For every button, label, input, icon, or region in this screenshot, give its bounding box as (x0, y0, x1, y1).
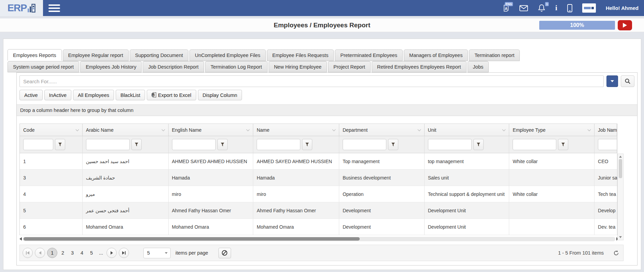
search-options-dropdown-button[interactable] (606, 75, 618, 87)
table-row[interactable]: 6 Mohamed Omara Mohamed Omara Mohamed Om… (20, 219, 617, 235)
last-page-button[interactable] (119, 248, 129, 258)
table-row[interactable]: 1 احمد سيد احمد حسين AHMED SAYED AHMED H… (20, 153, 617, 170)
toolbar-button[interactable]: InActive (44, 90, 72, 100)
tab[interactable]: Preterminated Employees (335, 49, 403, 61)
tab[interactable]: UnCompleted Employee Files (189, 49, 266, 61)
next-page-button[interactable] (106, 248, 117, 258)
toolbar-button[interactable]: BlackList (116, 90, 145, 100)
user-avatar[interactable] (582, 3, 596, 13)
horizontal-scrollbar[interactable] (19, 237, 619, 241)
tab[interactable]: New Hiring Employee (269, 61, 327, 72)
tab[interactable]: Employee Files Requests (267, 49, 334, 61)
toolbar-button[interactable]: Display Column (198, 90, 242, 100)
funnel-icon (134, 142, 139, 147)
search-input[interactable] (19, 75, 604, 87)
column-filter-input[interactable] (257, 139, 300, 150)
chevron-down-icon[interactable] (502, 128, 506, 131)
clear-filters-button[interactable] (218, 248, 231, 258)
funnel-icon (476, 142, 481, 147)
column-filter-input[interactable] (23, 139, 53, 150)
search-button[interactable] (621, 75, 634, 87)
chevron-down-icon[interactable] (75, 128, 79, 131)
tab[interactable]: Employees Job History (80, 61, 142, 72)
scroll-down-icon[interactable] (619, 236, 622, 238)
video-play-button[interactable] (618, 20, 632, 30)
column-filter-button[interactable] (217, 139, 228, 150)
tab[interactable]: Employees Reports (8, 49, 62, 61)
page-number-button[interactable]: 3 (68, 248, 76, 258)
chevron-down-icon[interactable] (246, 128, 250, 131)
notifications-bell-icon[interactable]: 1 (538, 4, 545, 12)
chevron-down-icon[interactable] (588, 128, 591, 131)
tab-content: Active InActive All Employees BlackList … (16, 72, 638, 266)
tab[interactable]: Retired Employees Employees Report (372, 61, 467, 72)
page-number-button[interactable]: 4 (78, 248, 86, 258)
table-row[interactable]: 5 أحمد فتحى حسن عمر Ahmed Fathy Hassan O… (20, 202, 617, 219)
page-number-button[interactable]: 2 (59, 248, 67, 258)
column-header[interactable]: Code (20, 124, 83, 136)
toolbar-button[interactable]: All Employees (73, 90, 114, 100)
cell-unit: Technical support & deployment unit (425, 186, 510, 202)
tab[interactable]: Supporting Document (130, 49, 188, 61)
tab[interactable]: Termination report (469, 49, 520, 61)
chevron-down-icon[interactable] (417, 128, 421, 131)
column-filter-input[interactable] (343, 139, 386, 150)
mobile-phone-icon[interactable] (567, 4, 572, 12)
language-icon[interactable]: A ENG (503, 4, 510, 12)
refresh-icon[interactable] (613, 250, 619, 256)
column-header[interactable]: Job Name (595, 124, 617, 136)
info-icon[interactable]: i (555, 4, 557, 12)
column-header[interactable]: Department (339, 124, 425, 136)
tab[interactable]: Job Description Report (143, 61, 204, 72)
column-filter-input[interactable] (172, 139, 216, 150)
page-size-select[interactable]: 5 (143, 248, 171, 258)
column-filter-button[interactable] (55, 139, 65, 150)
table-row[interactable]: 3 حمادة الشريف Hamada Hamada Business de… (20, 170, 617, 186)
column-filter-button[interactable] (558, 139, 568, 150)
column-filter-button[interactable] (131, 139, 142, 150)
column-filter-button[interactable] (388, 139, 398, 150)
horizontal-scrollbar-thumb[interactable] (24, 237, 360, 241)
page-number-button[interactable]: ... (97, 248, 105, 258)
scroll-left-icon[interactable] (19, 237, 22, 241)
column-filter-input[interactable] (428, 139, 472, 150)
search-row (19, 75, 634, 87)
vertical-scrollbar[interactable] (617, 154, 624, 240)
horizontal-scrollbar-track[interactable] (23, 237, 615, 241)
scroll-up-icon[interactable] (619, 156, 622, 158)
column-header[interactable]: Arabic Name (83, 124, 169, 136)
column-filter-button[interactable] (302, 139, 312, 150)
mail-icon[interactable] (519, 5, 528, 11)
tab[interactable]: Employee Regular report (63, 49, 129, 61)
app-logo[interactable]: ERP (0, 0, 43, 16)
group-by-drop-zone[interactable]: Drop a column header here to group by th… (17, 104, 637, 116)
tab[interactable]: Project Report (328, 61, 371, 72)
first-page-button[interactable] (23, 248, 33, 258)
column-filter-input[interactable] (598, 139, 617, 150)
column-filter-input[interactable] (513, 139, 556, 150)
chevron-down-icon[interactable] (161, 128, 165, 131)
tab[interactable]: Managers of Employees (404, 49, 468, 61)
column-header[interactable]: Employee Type (509, 124, 595, 136)
toolbar-button[interactable]: xExport to Excel (147, 90, 196, 100)
tab[interactable]: Termination Log Report (205, 61, 268, 72)
avatar-logo-mark (584, 7, 591, 9)
user-greeting[interactable]: Hello! Ahmed (606, 5, 639, 11)
toolbar-button[interactable]: Active (19, 90, 43, 100)
vertical-scrollbar-thumb[interactable] (619, 159, 622, 178)
tab[interactable]: Jobs (468, 61, 489, 72)
previous-page-button[interactable] (35, 248, 45, 258)
column-header[interactable]: English Name (169, 124, 254, 136)
tab[interactable]: System usage period report (8, 61, 79, 72)
cell-employee-type (509, 219, 595, 235)
menu-hamburger-icon[interactable] (48, 4, 60, 12)
funnel-icon (58, 142, 62, 147)
column-header[interactable]: Name (253, 124, 339, 136)
column-filter-button[interactable] (473, 139, 484, 150)
table-row[interactable]: 4 ميرو miro miro Operation Technical sup… (20, 186, 617, 202)
column-header[interactable]: Unit (425, 124, 510, 136)
page-number-button[interactable]: 5 (87, 248, 96, 258)
column-filter-input[interactable] (86, 139, 130, 150)
chevron-down-icon[interactable] (332, 128, 335, 131)
page-number-button[interactable]: 1 (47, 248, 57, 258)
